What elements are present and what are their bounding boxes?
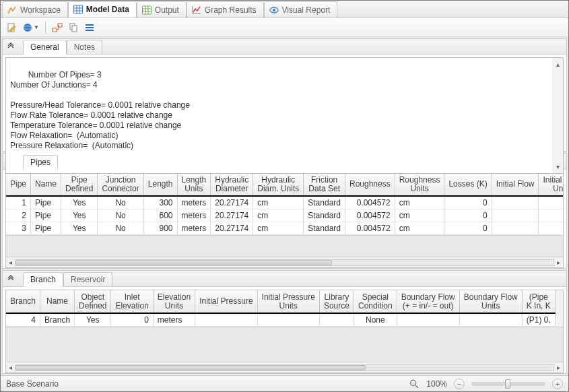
column-header[interactable]: Initial PressureUnits [257, 290, 319, 313]
column-header[interactable]: RoughnessUnits [395, 173, 444, 196]
cell[interactable] [492, 196, 539, 209]
edit-button[interactable] [5, 21, 18, 34]
cell[interactable]: Standard [304, 196, 345, 209]
column-header[interactable]: Pipe [6, 173, 31, 196]
subtab-reservoir[interactable]: Reservoir [63, 272, 112, 286]
cell[interactable] [195, 313, 257, 327]
cell[interactable]: 0.004572 [345, 222, 395, 235]
cell[interactable]: cm [395, 196, 444, 209]
cell[interactable]: 20.27174 [211, 209, 253, 222]
cell[interactable] [492, 222, 539, 235]
table-row[interactable]: 4BranchYes0metersNone(P1) 0, [6, 313, 555, 327]
column-header[interactable]: Initial Pressure [195, 290, 257, 313]
column-header[interactable]: Name [40, 290, 75, 313]
column-header[interactable]: Losses (K) [444, 173, 492, 196]
cell[interactable]: meters [177, 196, 211, 209]
column-header[interactable]: HydraulicDiam. Units [253, 173, 304, 196]
column-header[interactable]: Name [31, 173, 61, 196]
zoom-in-button[interactable]: + [552, 379, 563, 389]
cell[interactable] [459, 313, 522, 327]
scroll-thumb[interactable] [15, 365, 366, 370]
cell[interactable]: 0 [111, 313, 153, 327]
cell[interactable] [492, 209, 539, 222]
zoom-slider[interactable] [471, 382, 545, 386]
scroll-left-icon[interactable]: ◂ [7, 259, 13, 266]
scroll-right-icon[interactable]: ▸ [556, 364, 562, 371]
scroll-track[interactable] [15, 259, 554, 266]
column-header[interactable]: PipeDefined [61, 173, 98, 196]
cell[interactable]: 2 [6, 209, 31, 222]
column-header[interactable]: LibrarySource [319, 290, 354, 313]
subtab-branch[interactable]: Branch [23, 272, 63, 287]
tab-model-data[interactable]: Model Data [68, 1, 137, 18]
cell[interactable]: Yes [61, 196, 98, 209]
cell[interactable]: meters [177, 209, 211, 222]
cell[interactable]: meters [153, 313, 195, 327]
column-header[interactable]: Length [143, 173, 177, 196]
cell[interactable]: 3 [6, 222, 31, 235]
column-header[interactable]: LengthUnits [177, 173, 211, 196]
pipes-table[interactable]: PipeNamePipeDefinedJunctionConnectorLeng… [6, 173, 563, 235]
subtab-pipes[interactable]: Pipes [23, 155, 58, 170]
cell[interactable]: Standard [304, 209, 345, 222]
copy-button[interactable] [67, 21, 80, 34]
cell[interactable]: Yes [61, 222, 98, 235]
cell[interactable]: 0.004572 [345, 209, 395, 222]
column-header[interactable]: ObjectDefined [75, 290, 111, 313]
table-row[interactable]: 3PipeYesNo900meters20.27174cmStandard0.0… [6, 222, 563, 235]
column-header[interactable]: Boundary Flow(+ = in/- = out) [397, 290, 459, 313]
cell[interactable]: 20.27174 [211, 222, 253, 235]
collapse-toggle[interactable] [5, 273, 16, 284]
scroll-track[interactable] [15, 364, 554, 371]
cell[interactable]: Yes [61, 209, 98, 222]
cell[interactable] [539, 196, 563, 209]
column-header[interactable]: Branch [6, 290, 40, 313]
scroll-right-icon[interactable]: ▸ [556, 259, 562, 266]
cell[interactable]: 20.27174 [211, 196, 253, 209]
column-header[interactable]: Roughness [345, 173, 395, 196]
column-header[interactable]: (PipeK In, K [522, 290, 555, 313]
cell[interactable]: 4 [6, 313, 40, 327]
cell[interactable]: 0.004572 [345, 196, 395, 209]
globe-button[interactable]: ▼ [21, 21, 40, 34]
cell[interactable] [319, 313, 354, 327]
cell[interactable]: No [98, 209, 143, 222]
cell[interactable]: meters [177, 222, 211, 235]
zoom-out-button[interactable]: − [454, 379, 465, 389]
cell[interactable]: cm [253, 196, 304, 209]
scroll-left-icon[interactable]: ◂ [7, 364, 13, 371]
cell[interactable]: cm [395, 209, 444, 222]
cell[interactable]: cm [395, 222, 444, 235]
cell[interactable]: 0 [444, 196, 492, 209]
column-header[interactable]: HydraulicDiameter [211, 173, 253, 196]
tab-graph-results[interactable]: Graph Results [187, 1, 264, 18]
tab-workspace[interactable]: Workspace [2, 1, 68, 18]
column-header[interactable]: Initial Flow [492, 173, 539, 196]
cell[interactable]: 1 [6, 196, 31, 209]
cell[interactable] [539, 209, 563, 222]
cell[interactable]: Branch [40, 313, 75, 327]
cell[interactable]: 0 [444, 222, 492, 235]
column-header[interactable]: JunctionConnector [98, 173, 143, 196]
cell[interactable]: Pipe [31, 222, 61, 235]
column-header[interactable]: Boundary FlowUnits [459, 290, 522, 313]
cell[interactable]: No [98, 222, 143, 235]
list-button[interactable] [83, 21, 96, 34]
magnifier-icon[interactable] [409, 379, 420, 389]
zoom-thumb[interactable] [505, 379, 510, 389]
cell[interactable] [539, 222, 563, 235]
scroll-thumb[interactable] [15, 260, 332, 265]
cell[interactable]: (P1) 0, [522, 313, 555, 327]
branch-table[interactable]: BranchNameObjectDefinedInletElevationEle… [6, 290, 556, 327]
scroll-up-icon[interactable]: ▴ [556, 58, 560, 71]
cell[interactable]: 300 [143, 196, 177, 209]
cell[interactable] [257, 313, 319, 327]
tab-visual-report[interactable]: Visual Report [264, 1, 338, 18]
subtab-notes[interactable]: Notes [67, 40, 102, 54]
column-header[interactable]: SpecialCondition [354, 290, 397, 313]
cell[interactable]: cm [253, 222, 304, 235]
table-row[interactable]: 1PipeYesNo300meters20.27174cmStandard0.0… [6, 196, 563, 209]
collapse-toggle[interactable] [5, 41, 16, 52]
general-text-box[interactable]: Number Of Pipes= 3 Number Of Junctions= … [5, 57, 564, 174]
column-header[interactable]: ElevationUnits [153, 290, 195, 313]
